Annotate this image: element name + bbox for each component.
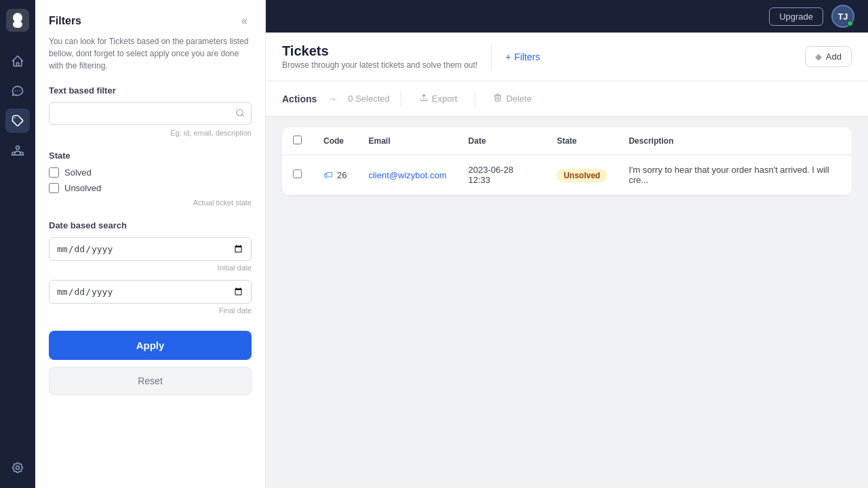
add-label: Add: [826, 52, 842, 62]
diamond-icon: ◆: [815, 52, 822, 62]
selected-count: 0 Selected: [348, 94, 389, 104]
filter-panel: Filters « You can look for Tickets based…: [35, 0, 266, 488]
online-indicator: [847, 20, 853, 26]
svg-rect-2: [13, 21, 22, 28]
export-button[interactable]: Export: [412, 89, 465, 108]
arrow-icon: →: [328, 94, 337, 104]
date-filter-label: Date based search: [49, 220, 252, 230]
tickets-title-block: Tickets Browse through your latest ticke…: [282, 43, 477, 70]
sidebar-item-users[interactable]: [5, 138, 30, 163]
solved-label: Solved: [64, 167, 92, 178]
main-layout: Filters « You can look for Tickets based…: [35, 0, 868, 488]
add-button[interactable]: ◆ Add: [805, 46, 852, 67]
plus-icon: +: [505, 52, 511, 62]
delete-button[interactable]: Delete: [486, 89, 538, 108]
unsolved-checkbox-row: Unsolved: [49, 183, 252, 193]
delete-label: Delete: [506, 94, 532, 104]
select-all-checkbox[interactable]: [293, 136, 302, 144]
initial-date-hint: Initial date: [49, 264, 252, 272]
sidebar-item-settings[interactable]: [5, 455, 30, 480]
table-row: 🏷 26 client@wizybot.com 2023-06-28 12:33…: [282, 155, 852, 195]
avatar-initials: TJ: [837, 12, 848, 22]
solved-checkbox-row: Solved: [49, 167, 252, 178]
col-description: Description: [618, 127, 852, 155]
filter-description: You can look for Tickets based on the pa…: [49, 35, 252, 72]
header-right: + Filters ◆ Add: [505, 46, 852, 67]
col-email: Email: [357, 127, 457, 155]
row-description: I'm sorry to hear that your order hasn't…: [618, 155, 852, 195]
upgrade-button[interactable]: Upgrade: [769, 7, 823, 26]
tag-icon: 🏷: [323, 169, 333, 180]
table-header-row: Code Email Date State Description: [282, 127, 852, 155]
state-filter-label: State: [49, 150, 252, 161]
row-state: Unsolved: [546, 155, 618, 195]
sidebar-item-home[interactable]: [5, 49, 30, 73]
collapse-filter-button[interactable]: «: [237, 14, 252, 28]
unsolved-checkbox[interactable]: [49, 183, 59, 193]
export-icon: [419, 93, 429, 104]
action-divider: [401, 91, 401, 107]
avatar-button[interactable]: TJ: [831, 5, 854, 28]
col-date: Date: [458, 127, 547, 155]
sidebar-item-tickets[interactable]: [5, 108, 30, 133]
delete-icon: [493, 93, 502, 104]
state-badge: Unsolved: [557, 169, 607, 182]
tickets-table: Code Email Date State Description 🏷 26 c…: [282, 127, 852, 195]
text-filter-input[interactable]: [49, 102, 252, 125]
svg-point-1: [13, 13, 22, 22]
top-navigation: Upgrade TJ: [266, 0, 868, 33]
action-divider-2: [475, 91, 475, 107]
state-filter-section: State Solved Unsolved Actual ticket stat…: [49, 150, 252, 207]
col-code: Code: [313, 127, 357, 155]
tickets-header: Tickets Browse through your latest ticke…: [266, 33, 868, 81]
filters-label: Filters: [514, 52, 540, 62]
filter-panel-title: Filters: [49, 15, 81, 27]
final-date-input[interactable]: [49, 280, 252, 304]
filter-panel-header: Filters «: [49, 14, 252, 28]
export-label: Export: [432, 94, 458, 104]
row-code: 🏷 26: [313, 155, 357, 195]
sidebar: [0, 0, 35, 488]
text-filter-hint: Eg: id, email, description: [49, 129, 252, 137]
table-container: Code Email Date State Description 🏷 26 c…: [266, 117, 868, 488]
initial-date-input[interactable]: [49, 237, 252, 261]
row-date: 2023-06-28 12:33: [458, 155, 547, 195]
row-checkbox-cell: [282, 155, 313, 195]
reset-button[interactable]: Reset: [49, 367, 252, 395]
state-hint: Actual ticket state: [49, 199, 252, 207]
actions-bar: Actions → 0 Selected Export Delete: [266, 81, 868, 117]
col-state: State: [546, 127, 618, 155]
solved-checkbox[interactable]: [49, 167, 59, 178]
actions-label: Actions: [282, 94, 317, 104]
sidebar-item-chat[interactable]: [5, 79, 30, 103]
text-filter-label: Text based filter: [49, 85, 252, 96]
row-checkbox[interactable]: [293, 169, 302, 178]
app-logo[interactable]: [5, 8, 30, 33]
tickets-title: Tickets: [282, 43, 477, 59]
search-icon: [235, 108, 245, 119]
tickets-subtitle: Browse through your latest tickets and s…: [282, 60, 477, 70]
filters-button[interactable]: + Filters: [505, 52, 540, 62]
text-filter-wrapper: [49, 102, 252, 125]
apply-button[interactable]: Apply: [49, 331, 252, 360]
unsolved-label: Unsolved: [64, 183, 101, 193]
date-filter-section: Date based search Initial date Final dat…: [49, 220, 252, 314]
header-divider: [491, 43, 492, 70]
final-date-hint: Final date: [49, 306, 252, 314]
content-area: Upgrade TJ Tickets Browse through your l…: [266, 0, 868, 488]
row-email[interactable]: client@wizybot.com: [357, 155, 457, 195]
select-all-header: [282, 127, 313, 155]
